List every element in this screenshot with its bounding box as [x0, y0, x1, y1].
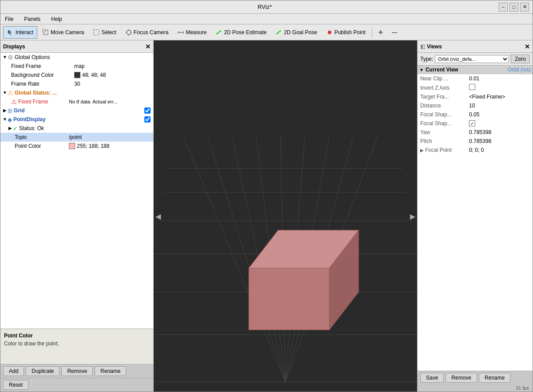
current-view-arrow[interactable]: ▼ [419, 67, 424, 72]
menu-file[interactable]: File [2, 15, 16, 23]
near-clip-row: Near Clip ... 0.01 [418, 74, 533, 83]
interact-label: Interact [16, 29, 33, 36]
measure-button[interactable]: Measure [173, 26, 211, 39]
focal-shape1-key: Focal Shap... [420, 111, 469, 118]
background-color-row: Background Color 48; 48; 48 [0, 71, 153, 79]
publish-point-button[interactable]: Publish Point [322, 26, 370, 39]
info-description: Color to draw the point. [4, 341, 150, 347]
rename-button[interactable]: Rename [95, 366, 126, 376]
move-camera-label: Move Camera [51, 29, 84, 36]
pitch-row: Pitch 0.785398 [418, 137, 533, 146]
bg-color-value: 48; 48; 48 [82, 72, 106, 78]
grid-row[interactable]: ▶ ⊞ Grid [0, 106, 153, 115]
info-panel: Point Color Color to draw the point. [0, 329, 153, 364]
goal-icon [275, 29, 282, 36]
point-color-row[interactable]: Point Color 255; 188; 188 [0, 142, 153, 150]
invert-z-checkbox[interactable] [469, 84, 475, 90]
pose-icon [215, 29, 223, 36]
interact-button[interactable]: Interact [3, 26, 37, 39]
grid-arrow[interactable]: ▶ [2, 108, 8, 113]
minimize-button[interactable]: − [499, 3, 508, 12]
minus-button[interactable]: — [388, 26, 401, 39]
global-status-row[interactable]: ▼ ⚠ Global Status: ... [0, 88, 153, 97]
global-status-arrow[interactable]: ▼ [2, 90, 8, 95]
yaw-value: 0.785398 [469, 129, 530, 135]
2d-goal-label: 2D Goal Pose [284, 29, 317, 36]
toolbar-sep [372, 27, 372, 38]
grid-icon: ⊞ [8, 107, 12, 114]
topic-row[interactable]: Topic /point [0, 133, 153, 142]
2d-pose-button[interactable]: 2D Pose Estimate [211, 26, 270, 39]
distance-value: 10 [469, 103, 530, 109]
point-display-icon: ◆ [8, 116, 12, 123]
move-camera-button[interactable]: Move Camera [38, 26, 88, 39]
menu-help[interactable]: Help [48, 15, 65, 23]
views-type-label: Type: [420, 56, 433, 62]
bg-color-swatch[interactable] [74, 72, 80, 78]
point-display-checkbox[interactable] [144, 116, 151, 123]
svg-marker-34 [249, 268, 329, 330]
grid-checkbox[interactable] [144, 107, 151, 114]
views-rename-button[interactable]: Rename [479, 373, 510, 383]
fixed-frame-status-row: ⚠ Fixed Frame No tf data. Actual err... [0, 97, 153, 106]
point-color-swatch[interactable] [69, 143, 75, 149]
cursor-icon [7, 29, 14, 36]
fps-value: 31 fps [516, 385, 529, 391]
duplicate-button[interactable]: Duplicate [26, 366, 60, 376]
publish-point-label: Publish Point [334, 29, 366, 36]
pitch-key: Pitch [420, 138, 469, 144]
views-header: ◧ Views ✕ [418, 40, 533, 53]
rviz-window: RViz* − □ ✕ File Panels Help Interact Mo… [0, 0, 533, 392]
views-zero-button[interactable]: Zero [511, 55, 530, 63]
current-view-label: Current View [426, 67, 508, 73]
focus-camera-button[interactable]: Focus Camera [121, 26, 173, 39]
point-display-arrow[interactable]: ▼ [2, 117, 8, 122]
displays-close-button[interactable]: ✕ [145, 43, 151, 50]
views-save-button[interactable]: Save [420, 373, 444, 383]
minus-icon: — [392, 29, 397, 36]
yaw-key: Yaw [420, 129, 469, 135]
viewport-left-arrow[interactable]: ◀ [155, 212, 161, 220]
status-ok-label: Status: Ok [19, 125, 44, 131]
invert-z-row: Invert Z Axis [418, 83, 533, 92]
reset-button[interactable]: Reset [3, 380, 28, 390]
bg-color-value-row: 48; 48; 48 [74, 72, 106, 78]
menu-panels[interactable]: Panels [21, 15, 43, 23]
main-content: Displays ✕ ▼ ⚙ Global Options Fixed Fram… [0, 40, 533, 392]
views-tree: ▼ Current View Orbit (rviz Near Clip ...… [418, 66, 533, 371]
add-button[interactable]: Add [3, 366, 24, 376]
select-button[interactable]: Select [89, 26, 120, 39]
publish-point-icon [326, 29, 333, 36]
status-arrow[interactable]: ▶ [8, 126, 13, 131]
global-options-arrow[interactable]: ▼ [2, 55, 8, 60]
remove-button[interactable]: Remove [61, 366, 93, 376]
viewport-right-arrow[interactable]: ▶ [410, 212, 415, 220]
yaw-row: Yaw 0.785398 [418, 128, 533, 137]
svg-point-4 [127, 30, 131, 35]
3d-viewport[interactable]: ◀ ▶ [154, 40, 417, 392]
svg-rect-2 [43, 29, 45, 32]
global-options-row[interactable]: ▼ ⚙ Global Options [0, 53, 153, 62]
close-button[interactable]: ✕ [520, 3, 529, 12]
focal-shape2-checkbox[interactable]: ✓ [469, 120, 475, 127]
displays-buttons: Add Duplicate Remove Rename [0, 364, 153, 378]
views-close-button[interactable]: ✕ [525, 43, 530, 50]
window-controls: − □ ✕ [499, 3, 529, 12]
focus-camera-label: Focus Camera [134, 29, 169, 36]
point-display-row[interactable]: ▼ ◆ PointDisplay [0, 115, 153, 124]
2d-goal-button[interactable]: 2D Goal Pose [271, 26, 321, 39]
plus-button[interactable]: ✛ [374, 26, 387, 39]
focal-point-arrow[interactable]: ▶ [420, 148, 424, 153]
frame-rate-row: Frame Rate 30 [0, 79, 153, 88]
views-type-row: Type: Orbit (rviz_defa... Zero [418, 53, 533, 66]
views-type-select[interactable]: Orbit (rviz_defa... [435, 55, 509, 63]
toolbar: Interact Move Camera Select Focus Camera… [0, 24, 533, 40]
maximize-button[interactable]: □ [509, 3, 518, 12]
frame-rate-value: 30 [74, 81, 80, 87]
svg-rect-3 [94, 30, 99, 35]
invert-z-value [469, 84, 530, 91]
views-remove-button[interactable]: Remove [445, 373, 477, 383]
measure-label: Measure [186, 29, 207, 36]
point-color-value: 255; 188; 188 [77, 143, 109, 149]
gear-icon: ⚙ [8, 54, 13, 61]
